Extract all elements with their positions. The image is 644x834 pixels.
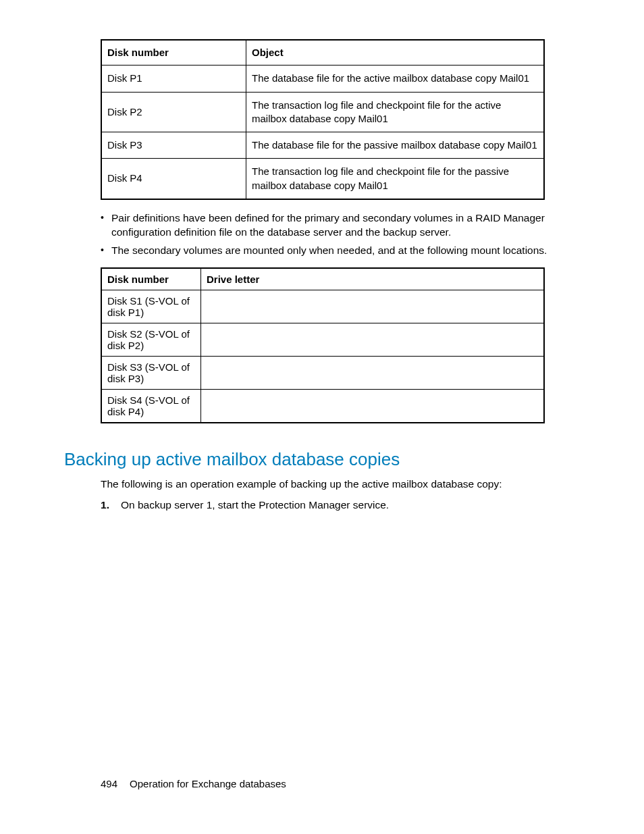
table-row: Disk P1 The database file for the active…: [101, 66, 544, 92]
steps-list: On backup server 1, start the Protection…: [101, 498, 563, 513]
table-row: Disk S3 (S-VOL of disk P3): [101, 356, 544, 389]
chapter-title: Operation for Exchange databases: [130, 778, 286, 789]
list-item: The secondary volumes are mounted only w…: [101, 244, 563, 258]
cell: The database file for the passive mailbo…: [246, 132, 545, 159]
table-row: Disk S2 (S-VOL of disk P2): [101, 323, 544, 356]
disk-drive-table: Disk number Drive letter Disk S1 (S-VOL …: [101, 267, 545, 423]
cell: The transaction log file and checkpoint …: [246, 92, 545, 132]
cell: [201, 389, 545, 423]
disk-object-table: Disk number Object Disk P1 The database …: [101, 39, 545, 200]
table2-header-drive: Drive letter: [201, 268, 545, 290]
cell: The transaction log file and checkpoint …: [246, 159, 545, 199]
cell: Disk S2 (S-VOL of disk P2): [101, 323, 201, 356]
page-footer: 494Operation for Exchange databases: [101, 778, 286, 789]
table1-header-object: Object: [246, 40, 545, 66]
table-row: Disk P2 The transaction log file and che…: [101, 92, 544, 132]
cell: Disk S3 (S-VOL of disk P3): [101, 356, 201, 389]
bullet-list: Pair definitions have been defined for t…: [101, 211, 563, 258]
cell: [201, 356, 545, 389]
cell: Disk P4: [101, 159, 246, 199]
table-row: Disk S1 (S-VOL of disk P1): [101, 290, 544, 323]
table-row: Disk P3 The database file for the passiv…: [101, 132, 544, 159]
cell: Disk P3: [101, 132, 246, 159]
cell: [201, 323, 545, 356]
list-item: Pair definitions have been defined for t…: [101, 211, 563, 240]
table-row: Disk P4 The transaction log file and che…: [101, 159, 544, 199]
cell: [201, 290, 545, 323]
table2-header-disk: Disk number: [101, 268, 201, 290]
page-number: 494: [101, 778, 117, 789]
cell: Disk S1 (S-VOL of disk P1): [101, 290, 201, 323]
table1-header-disk: Disk number: [101, 40, 246, 66]
section-heading: Backing up active mailbox database copie…: [64, 449, 644, 470]
cell: The database file for the active mailbox…: [246, 66, 545, 92]
cell: Disk P1: [101, 66, 246, 92]
cell: Disk P2: [101, 92, 246, 132]
table-row: Disk S4 (S-VOL of disk P4): [101, 389, 544, 423]
step-item: On backup server 1, start the Protection…: [101, 498, 563, 513]
section-intro: The following is an operation example of…: [101, 477, 563, 492]
cell: Disk S4 (S-VOL of disk P4): [101, 389, 201, 423]
